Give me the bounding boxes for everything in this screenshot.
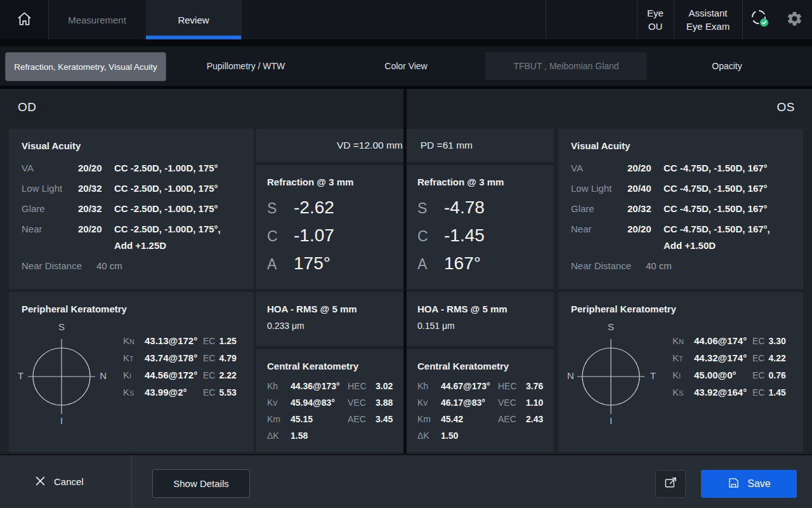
sync-status-button[interactable] xyxy=(749,8,771,31)
table-row: A 167° xyxy=(417,253,554,281)
row-label: KT xyxy=(672,352,694,363)
tab-color-view[interactable]: Color View xyxy=(327,52,485,80)
table-row: Near 20/20 CC -2.50D, -1.00D, 175°, Add … xyxy=(22,221,242,254)
ec-value: 3.45 xyxy=(376,411,393,427)
visual-acuity-table: VA 20/20 CC -4.75D, -1.50D, 167° Low Lig… xyxy=(571,160,792,274)
active-tab-indicator xyxy=(146,36,241,39)
acuity-value: 20/20 xyxy=(78,160,114,177)
tab-tfbut-meibomian-gland[interactable]: TFBUT , Meibomian Gland xyxy=(485,52,647,80)
tab-measurement[interactable]: Measurement xyxy=(48,0,146,39)
tab-pupillometry-wtw[interactable]: Pupillometry / WTW xyxy=(165,52,327,80)
divider xyxy=(131,455,132,508)
near-distance-value: 40 cm xyxy=(96,258,122,274)
cylinder-label: C xyxy=(267,228,294,245)
central-keratometry-table: Kh 44.67@173° HEC 3.76 Kv 46.17@83° VEC … xyxy=(417,378,554,444)
axis-label: A xyxy=(417,256,444,273)
row-label: Km xyxy=(417,411,441,427)
table-row: C -1.45 xyxy=(417,225,554,253)
home-button[interactable] xyxy=(0,0,48,39)
axis-value: 167° xyxy=(444,253,481,274)
k-value: 44.06@174° xyxy=(694,335,752,346)
od-hoa-panel: HOA - RMS @ 5 mm 0.233 μm xyxy=(256,292,403,346)
row-label: Km xyxy=(267,411,291,427)
k-value: 43.99@2° xyxy=(145,387,203,398)
tab-label: Refraction, Keratometry, Visual Acuity xyxy=(14,62,157,72)
row-label: KI xyxy=(123,370,145,380)
compass-superior-label: S xyxy=(608,321,614,332)
panel-title: Central Keratometry xyxy=(417,361,554,371)
visual-acuity-table: VA 20/20 CC -2.50D, -1.00D, 175° Low Lig… xyxy=(22,160,242,274)
row-label: KI xyxy=(672,370,694,380)
eye-orientation-compass: S N T I xyxy=(563,323,658,427)
sphere-label: S xyxy=(417,200,444,217)
table-row: A 175° xyxy=(267,253,403,281)
refraction-values: S -2.62 C -1.07 A 175° xyxy=(267,197,403,281)
row-label: KS xyxy=(672,387,694,398)
eye-selector-label: Eye xyxy=(647,6,664,20)
table-row: Kh 44.67@173° HEC 3.76 xyxy=(417,378,554,394)
ec-label xyxy=(348,427,376,444)
table-row: KT 43.74@178° EC 4.79 xyxy=(123,352,246,370)
ec-label xyxy=(498,427,526,444)
row-label: Low Light xyxy=(571,180,627,197)
axis-value: 175° xyxy=(294,253,331,274)
table-row: VA 20/20 CC -4.75D, -1.50D, 167° xyxy=(571,160,792,177)
row-label: Glare xyxy=(22,201,78,217)
tab-label: Opacity xyxy=(712,61,742,71)
divider xyxy=(241,0,242,39)
assistant-selector[interactable]: Assistant Eye Exam xyxy=(674,0,742,39)
tab-review[interactable]: Review xyxy=(146,0,241,39)
table-row: Low Light 20/40 CC -4.75D, -1.50D, 167° xyxy=(571,180,792,197)
tab-label: TFBUT , Meibomian Gland xyxy=(513,61,619,71)
refraction-values: S -4.78 C -1.45 A 167° xyxy=(417,197,554,281)
k-value: 45.15 xyxy=(291,411,348,427)
ec-label: EC xyxy=(203,387,215,398)
panel-title: Visual Acuity xyxy=(22,140,242,151)
ec-value: 1.25 xyxy=(219,336,236,346)
table-row: S -2.62 xyxy=(267,197,403,225)
table-row: S -4.78 xyxy=(417,197,554,225)
bottom-action-bar: Cancel Show Details Save xyxy=(0,454,812,508)
near-distance-row: Near Distance 40 cm xyxy=(571,258,792,274)
save-disk-icon xyxy=(727,476,740,492)
table-row: C -1.07 xyxy=(267,225,403,253)
ec-value: 1.10 xyxy=(526,394,543,411)
ec-label: AEC xyxy=(498,411,526,427)
k-value: 44.67@173° xyxy=(441,378,498,394)
panel-title: Peripheral Keratometry xyxy=(571,304,792,314)
assistant-selector-value: Eye Exam xyxy=(686,20,730,33)
ec-value: 3.02 xyxy=(376,378,393,394)
ec-value: 4.79 xyxy=(219,353,236,363)
os-label: OS xyxy=(777,100,795,114)
tab-opacity[interactable]: Opacity xyxy=(647,52,807,80)
od-refraction-panel: Refraction @ 3 mm S -2.62 C -1.07 A 175° xyxy=(256,165,403,289)
save-button[interactable]: Save xyxy=(701,470,797,498)
k-value: 1.50 xyxy=(441,427,498,444)
k-value: 45.42 xyxy=(441,411,498,427)
row-label: Near xyxy=(571,221,627,237)
compass-left-label: T xyxy=(18,370,23,381)
eye-selector[interactable]: Eye OU xyxy=(637,0,674,39)
results-area: OD OS Visual Acuity VA 20/20 CC -2.50D, … xyxy=(0,89,812,454)
od-os-divider xyxy=(403,89,407,454)
eye-orientation-compass: S T N I xyxy=(14,323,109,427)
acuity-value: 20/32 xyxy=(627,201,664,217)
od-label: OD xyxy=(18,100,37,114)
tab-refraction-keratometry-visual-acuity[interactable]: Refraction, Keratometry, Visual Acuity xyxy=(5,52,166,81)
sphere-value: -2.62 xyxy=(294,197,334,218)
cancel-button[interactable]: Cancel xyxy=(35,455,84,508)
panel-title: Peripheral Keratometry xyxy=(22,304,242,314)
table-row: Glare 20/32 CC -2.50D, -1.00D, 175° xyxy=(22,201,242,217)
sync-complete-icon xyxy=(749,8,771,32)
os-peripheral-keratometry-panel: Peripheral Keratometry S N T I KN 44.06@… xyxy=(558,292,803,452)
acuity-value: 20/32 xyxy=(78,201,114,217)
show-details-button[interactable]: Show Details xyxy=(152,469,250,498)
export-button[interactable] xyxy=(655,470,686,498)
table-row: Km 45.15 AEC 3.45 xyxy=(267,411,403,427)
near-distance-row: Near Distance 40 cm xyxy=(22,258,242,274)
table-row: Near 20/20 CC -4.75D, -1.50D, 167°, Add … xyxy=(571,221,792,254)
row-label: KN xyxy=(672,335,694,346)
settings-button[interactable] xyxy=(783,8,806,31)
cylinder-value: -1.07 xyxy=(294,225,334,246)
rx-add-line: Add +1.25D xyxy=(114,237,221,254)
